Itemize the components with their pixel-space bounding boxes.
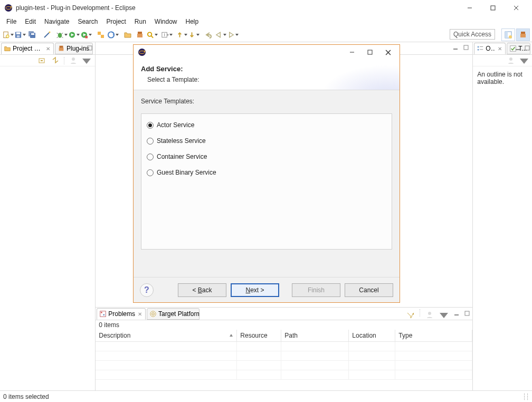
new-button[interactable] xyxy=(2,29,14,41)
col-location[interactable]: Location xyxy=(349,330,395,341)
tab-outline[interactable]: O... ✕ xyxy=(474,43,506,54)
maximize-button[interactable] xyxy=(481,1,505,15)
radio-actor-service[interactable]: Actor Service xyxy=(147,121,386,129)
problems-filter-icon[interactable] xyxy=(405,309,416,321)
outline-focus-icon[interactable] xyxy=(505,55,517,66)
back-undo-button[interactable] xyxy=(203,29,214,41)
collapse-all-icon[interactable] xyxy=(36,55,48,66)
window-title: plugin-test - Plug-in Development - Ecli… xyxy=(16,4,458,12)
menu-search[interactable]: Search xyxy=(73,17,102,26)
left-tabrow: Project Ex... ✕ Plug-ins xyxy=(0,42,95,55)
search-button[interactable] xyxy=(146,29,158,41)
outline-icon xyxy=(477,45,484,52)
svg-point-61 xyxy=(428,312,431,315)
problems-focus-icon[interactable] xyxy=(424,309,435,321)
save-button[interactable] xyxy=(14,29,26,41)
open-type-button[interactable] xyxy=(95,29,107,41)
finish-button[interactable]: Finish xyxy=(292,283,340,297)
link-editor-icon[interactable] xyxy=(50,55,61,66)
radio-icon xyxy=(147,138,154,145)
close-icon[interactable]: ✕ xyxy=(498,46,502,52)
problems-minimize-icon[interactable] xyxy=(452,309,461,318)
tab-target-platform[interactable]: Target Platform State xyxy=(147,308,200,320)
menu-file[interactable]: File xyxy=(2,17,21,26)
svg-line-15 xyxy=(44,33,49,37)
outline-view-menu-icon[interactable] xyxy=(518,55,530,66)
next-annotation-button[interactable] xyxy=(188,29,200,41)
svg-rect-52 xyxy=(453,49,458,50)
nav-forward-button[interactable] xyxy=(227,29,239,41)
svg-line-21 xyxy=(62,36,63,37)
outline-maximize-icon[interactable] xyxy=(523,44,531,52)
menu-project[interactable]: Project xyxy=(102,17,130,26)
radio-icon xyxy=(147,169,154,176)
open-plugin-button[interactable] xyxy=(134,29,146,41)
close-icon[interactable]: ✕ xyxy=(46,46,50,52)
dialog-maximize-button[interactable] xyxy=(363,47,377,58)
col-description-label: Description xyxy=(99,332,130,339)
col-resource[interactable]: Resource xyxy=(237,330,281,341)
sort-asc-icon xyxy=(229,333,233,338)
annotation-nav-button[interactable] xyxy=(161,29,173,41)
tab-project-explorer[interactable]: Project Ex... ✕ xyxy=(1,43,54,54)
prev-annotation-button[interactable] xyxy=(176,29,187,41)
radio-guest-binary-service[interactable]: Guest Binary Service xyxy=(147,169,386,176)
dialog-minimize-button[interactable] xyxy=(345,47,359,58)
close-button[interactable] xyxy=(505,1,528,15)
close-icon[interactable]: ✕ xyxy=(138,311,142,317)
problems-maximize-icon[interactable] xyxy=(463,309,471,318)
back-button[interactable]: < Back xyxy=(178,283,226,297)
cancel-button[interactable]: Cancel xyxy=(345,283,393,297)
radio-container-service[interactable]: Container Service xyxy=(147,153,386,160)
editor-maximize-icon[interactable] xyxy=(462,43,470,52)
svg-rect-42 xyxy=(505,32,508,38)
tab-target-platform-label: Target Platform State xyxy=(158,310,200,318)
menu-run[interactable]: Run xyxy=(130,17,150,26)
minimize-button[interactable] xyxy=(458,1,481,15)
menu-navigate[interactable]: Navigate xyxy=(40,17,73,26)
problems-view-menu-icon[interactable] xyxy=(438,309,450,321)
open-task-button[interactable] xyxy=(107,29,119,41)
dialog-title: Add Service: xyxy=(141,65,392,73)
maximize-view-icon[interactable] xyxy=(86,44,94,52)
help-button[interactable]: ? xyxy=(140,283,154,297)
right-tabrow: O... ✕ T... xyxy=(473,42,532,55)
menu-help[interactable]: Help xyxy=(182,17,203,26)
nav-back-button[interactable] xyxy=(215,29,226,41)
dialog-close-button[interactable] xyxy=(381,47,395,58)
radio-stateless-service[interactable]: Stateless Service xyxy=(147,137,386,145)
tab-problems[interactable]: Problems ✕ xyxy=(97,308,146,320)
svg-point-59 xyxy=(153,313,154,314)
dialog-body: Service Templates: Actor Service Statele… xyxy=(134,90,400,277)
svg-line-20 xyxy=(57,36,58,37)
svg-rect-67 xyxy=(478,49,479,51)
col-type[interactable]: Type xyxy=(395,330,472,341)
quick-access[interactable]: Quick Access xyxy=(450,29,495,40)
save-all-button[interactable] xyxy=(26,29,38,41)
next-button[interactable]: Next > xyxy=(231,283,279,297)
col-path[interactable]: Path xyxy=(281,330,349,341)
debug-button[interactable] xyxy=(56,29,68,41)
external-tools-button[interactable] xyxy=(80,29,92,41)
svg-rect-72 xyxy=(525,46,529,50)
problems-icon xyxy=(99,310,107,318)
svg-rect-63 xyxy=(454,314,459,315)
editor-minimize-icon[interactable] xyxy=(451,43,460,52)
menu-window[interactable]: Window xyxy=(150,17,182,26)
menubar: File Edit Navigate Search Project Run Wi… xyxy=(0,16,532,27)
menu-edit[interactable]: Edit xyxy=(21,17,40,26)
view-menu-icon[interactable] xyxy=(81,55,92,66)
run-button[interactable] xyxy=(68,29,80,41)
plugin-dev-perspective-button[interactable] xyxy=(516,28,530,41)
outline-minimize-icon[interactable] xyxy=(514,44,522,52)
outline-body: An outline is not available. xyxy=(473,66,532,90)
svg-marker-30 xyxy=(112,34,114,36)
col-description[interactable]: Description xyxy=(96,330,237,341)
open-folder-button[interactable] xyxy=(122,29,134,41)
open-perspective-button[interactable] xyxy=(501,28,515,41)
service-templates-label: Service Templates: xyxy=(141,98,392,105)
minimize-view-icon[interactable] xyxy=(76,44,84,52)
wand-button[interactable] xyxy=(41,29,53,41)
right-panel-toolbar xyxy=(473,55,532,66)
focus-task-icon[interactable] xyxy=(68,55,79,66)
